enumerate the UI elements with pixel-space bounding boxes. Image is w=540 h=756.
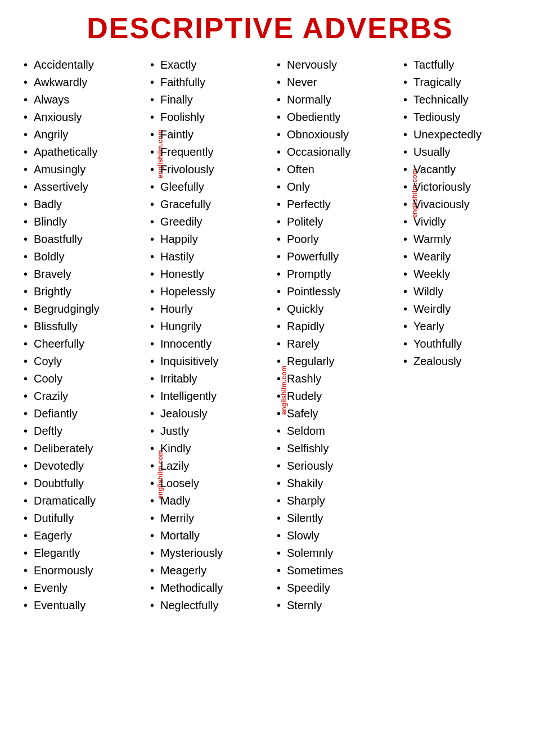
list-item: Anxiously xyxy=(21,109,139,126)
list-item: Awkwardly xyxy=(21,74,139,91)
list-item: Dutifully xyxy=(21,510,139,527)
list-item: Inquisitively xyxy=(148,353,266,370)
list-item: Assertively xyxy=(21,178,139,196)
list-item: Eventually xyxy=(21,597,139,614)
list-item: Foolishly xyxy=(148,109,266,126)
list-item: Neglectfully xyxy=(148,597,266,614)
list-item: Dramatically xyxy=(21,492,139,510)
column-1: AccidentallyAwkwardlyAlwaysAnxiouslyAngr… xyxy=(17,56,143,614)
list-item: Perfectly xyxy=(274,196,392,213)
list-item: Boldly xyxy=(21,248,139,266)
list-item: Technically xyxy=(401,91,519,109)
list-item: Vividly xyxy=(401,213,519,231)
list-item: Boastfully xyxy=(21,231,139,248)
list-item: Coyly xyxy=(21,353,139,370)
list-item: Apathetically xyxy=(21,143,139,161)
list-item: Slowly xyxy=(274,527,392,544)
list-item: Rashly xyxy=(274,370,392,388)
list-item: Normally xyxy=(274,91,392,109)
list-item: Vivaciously xyxy=(401,196,519,213)
list-item: Deftly xyxy=(21,422,139,440)
list-item: Weekly xyxy=(401,266,519,283)
column-4: TactfullyTragicallyTechnicallyTediouslyU… xyxy=(397,56,523,370)
list-item: Safely xyxy=(274,405,392,422)
list-item: Devotedly xyxy=(21,457,139,475)
list-item: Gleefully xyxy=(148,178,266,196)
list-item: Tediously xyxy=(401,109,519,126)
list-item: Wearily xyxy=(401,248,519,266)
list-item: Nervously xyxy=(274,56,392,74)
list-item: Zealously xyxy=(401,353,519,370)
list-item: Hopelessly xyxy=(148,283,266,300)
list-item: Obediently xyxy=(274,109,392,126)
list-item: Poorly xyxy=(274,231,392,248)
list-item: Innocently xyxy=(148,335,266,353)
list-item: Powerfully xyxy=(274,248,392,266)
list-item: Pointlessly xyxy=(274,283,392,300)
list-item: Brightly xyxy=(21,283,139,300)
list-item: Unexpectedly xyxy=(401,126,519,143)
list-item: Vacantly xyxy=(401,161,519,178)
list-item: Always xyxy=(21,91,139,109)
list-item: Weirdly xyxy=(401,300,519,318)
list-item: Honestly xyxy=(148,266,266,283)
list-item: Wildly xyxy=(401,283,519,300)
list-item: Cooly xyxy=(21,370,139,388)
list-item: Sharply xyxy=(274,492,392,510)
list-item: Hourly xyxy=(148,300,266,318)
list-item: Greedily xyxy=(148,213,266,231)
list-item: Angrily xyxy=(21,126,139,143)
list-item: Badly xyxy=(21,196,139,213)
list-item: Jealously xyxy=(148,405,266,422)
list-item: Speedily xyxy=(274,579,392,597)
list-item: Enormously xyxy=(21,562,139,579)
list-item: Intelligently xyxy=(148,388,266,405)
list-item: Defiantly xyxy=(21,405,139,422)
list-item: Youthfully xyxy=(401,335,519,353)
list-item: Politely xyxy=(274,213,392,231)
list-item: Deliberately xyxy=(21,440,139,457)
list-item: Tactfully xyxy=(401,56,519,74)
list-item: Regularly xyxy=(274,353,392,370)
list-item: Evenly xyxy=(21,579,139,597)
list-item: Crazily xyxy=(21,388,139,405)
list-item: Lazily xyxy=(148,457,266,475)
list-item: Loosely xyxy=(148,475,266,492)
list-item: Amusingly xyxy=(21,161,139,178)
list-item: Merrily xyxy=(148,510,266,527)
column-3: NervouslyNeverNormallyObedientlyObnoxiou… xyxy=(270,56,397,614)
list-item: Rudely xyxy=(274,388,392,405)
list-item: Only xyxy=(274,178,392,196)
list-item: Seriously xyxy=(274,457,392,475)
list-item: Never xyxy=(274,74,392,91)
list-item: Sternly xyxy=(274,597,392,614)
list-item: Hastily xyxy=(148,248,266,266)
list-item: Mortally xyxy=(148,527,266,544)
list-item: Accidentally xyxy=(21,56,139,74)
list-item: Kindly xyxy=(148,440,266,457)
list-item: Promptly xyxy=(274,266,392,283)
list-item: Sometimes xyxy=(274,562,392,579)
list-item: Cheerfully xyxy=(21,335,139,353)
list-item: Quickly xyxy=(274,300,392,318)
list-item: Justly xyxy=(148,422,266,440)
list-item: Begrudgingly xyxy=(21,300,139,318)
page-title: DESCRIPTIVE ADVERBS xyxy=(17,11,523,45)
list-item: Blindly xyxy=(21,213,139,231)
list-item: Faithfully xyxy=(148,74,266,91)
list-item: Solemnly xyxy=(274,544,392,562)
list-item: Irritably xyxy=(148,370,266,388)
list-item: Rarely xyxy=(274,335,392,353)
list-item: Blissfully xyxy=(21,318,139,335)
list-item: Faintly xyxy=(148,126,266,143)
list-item: Selfishly xyxy=(274,440,392,457)
list-item: Happily xyxy=(148,231,266,248)
list-item: Silently xyxy=(274,510,392,527)
list-item: Shakily xyxy=(274,475,392,492)
list-item: Eagerly xyxy=(21,527,139,544)
list-item: Frequently xyxy=(148,143,266,161)
list-item: Obnoxiously xyxy=(274,126,392,143)
list-item: Victoriously xyxy=(401,178,519,196)
list-item: Rapidly xyxy=(274,318,392,335)
list-item: Doubtfully xyxy=(21,475,139,492)
